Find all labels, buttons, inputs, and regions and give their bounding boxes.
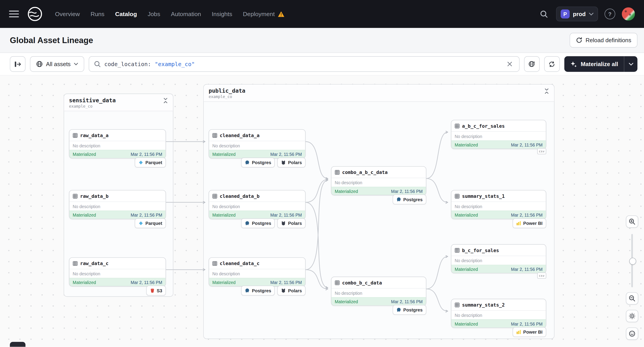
zoom-in-button[interactable] — [626, 216, 638, 228]
postgres-icon — [245, 160, 250, 165]
powerbi-icon — [516, 221, 521, 226]
materialize-all-split-button: Materialize all — [564, 56, 637, 72]
asset-search-input[interactable]: code_location:"example_co" — [89, 56, 520, 72]
tag-postgres[interactable]: Postgres — [392, 195, 426, 204]
search-icon[interactable] — [539, 9, 550, 19]
asset-node[interactable]: summary_stats_2 No description Materiali… — [451, 299, 546, 328]
search-icon — [94, 61, 100, 67]
asset-scope-button[interactable]: All assets — [30, 56, 84, 72]
dagster-logo-icon[interactable] — [26, 5, 44, 22]
avatar[interactable] — [622, 7, 635, 20]
page-header: Global Asset Lineage Reload definitions — [0, 28, 644, 53]
tag-powerbi[interactable]: Power BI — [512, 327, 546, 337]
asset-node[interactable]: cleaned_data_c No description Materializ… — [209, 257, 306, 286]
chevron-down-icon — [628, 62, 633, 65]
tag-postgres[interactable]: Postgres — [241, 158, 275, 167]
group-title: sensitive_data — [69, 97, 168, 103]
asset-node[interactable]: raw_data_c No description Materialized M… — [69, 257, 166, 286]
graph-filter-button[interactable] — [524, 56, 540, 72]
nav-item-runs[interactable]: Runs — [90, 11, 104, 17]
postgres-icon — [396, 197, 401, 202]
asset-node[interactable]: combo_b_c_data No description Materializ… — [331, 277, 426, 306]
asset-node[interactable]: combo_a_b_c_data No description Material… — [331, 166, 426, 195]
postgres-icon — [245, 288, 250, 293]
zoom-slider[interactable] — [626, 234, 638, 287]
polars-icon — [281, 288, 286, 293]
bottom-left-widget[interactable] — [10, 342, 26, 347]
asset-name: a_b_c_for_sales — [462, 123, 505, 129]
asset-node[interactable]: raw_data_a No description Materialized M… — [69, 129, 166, 158]
asset-node[interactable]: b_c_for_sales No description Materialize… — [451, 244, 546, 273]
toggle-sidebar-button[interactable] — [10, 56, 26, 72]
menu-icon[interactable] — [9, 9, 19, 19]
group-subtitle: example_co — [69, 104, 168, 108]
materialize-all-button[interactable]: Materialize all — [564, 56, 624, 72]
csv-kind-icon[interactable]: csv — [537, 272, 546, 279]
table-icon — [335, 170, 340, 175]
face-icon — [629, 331, 635, 337]
search-query-value: "example_co" — [155, 61, 195, 67]
asset-name: cleaned_data_b — [220, 193, 260, 199]
asset-node[interactable]: raw_data_b No description Materialized M… — [69, 190, 166, 219]
parquet-icon — [138, 221, 143, 226]
clear-search-icon[interactable] — [505, 60, 514, 68]
refresh-icon — [548, 60, 556, 67]
deployment-switcher[interactable]: P prod — [556, 6, 598, 21]
tag-polars[interactable]: Polars — [277, 218, 306, 228]
tag-postgres[interactable]: Postgres — [392, 305, 426, 315]
tag-parquet[interactable]: Parquet — [135, 218, 166, 228]
refresh-button[interactable] — [544, 56, 560, 72]
feedback-button[interactable] — [626, 328, 638, 340]
csv-kind-icon[interactable]: csv — [537, 148, 546, 155]
asset-node[interactable]: a_b_c_for_sales No description Materiali… — [451, 120, 546, 149]
asset-node[interactable]: cleaned_data_b No description Materializ… — [209, 190, 306, 219]
asset-name: combo_b_c_data — [342, 280, 382, 286]
search-query-key: code_location: — [104, 61, 151, 67]
nav-item-catalog[interactable]: Catalog — [115, 11, 137, 17]
asset-name: combo_a_b_c_data — [342, 169, 388, 175]
sparkle-icon — [570, 60, 577, 67]
zoom-slider-handle[interactable] — [629, 258, 636, 265]
chevron-down-icon — [589, 12, 594, 15]
asset-name: summary_stats_2 — [462, 302, 505, 308]
tag-s3[interactable]: S3 — [146, 286, 166, 296]
lineage-canvas[interactable]: sensitive_data example_co public_data ex… — [0, 75, 644, 347]
tag-polars[interactable]: Polars — [277, 286, 306, 296]
asset-status: Materialized Mar 2, 11:56 PM — [70, 150, 166, 158]
tag-postgres[interactable]: Postgres — [241, 286, 275, 296]
group-title: public_data — [209, 87, 549, 94]
tag-parquet[interactable]: Parquet — [135, 158, 166, 167]
nav-item-deployment[interactable]: Deployment — [243, 11, 284, 17]
nav-item-overview[interactable]: Overview — [55, 11, 80, 17]
table-icon — [455, 123, 460, 128]
graph-settings-button[interactable] — [626, 310, 638, 322]
zoom-in-icon — [629, 218, 635, 225]
tag-polars[interactable]: Polars — [277, 158, 306, 167]
tag-postgres[interactable]: Postgres — [241, 218, 275, 228]
collapse-group-icon[interactable] — [544, 88, 550, 95]
zoom-out-button[interactable] — [626, 292, 638, 305]
asset-node[interactable]: summary_stats_1 No description Materiali… — [451, 190, 546, 219]
polars-icon — [281, 221, 286, 226]
asset-name: summary_stats_1 — [462, 193, 505, 199]
table-icon — [455, 194, 460, 199]
nav-item-insights[interactable]: Insights — [212, 11, 232, 17]
asset-description: No description — [70, 141, 166, 150]
help-button[interactable]: ? — [605, 9, 616, 19]
collapse-group-icon[interactable] — [163, 98, 169, 104]
asset-name: b_c_for_sales — [462, 247, 499, 253]
lineage-toolbar: All assets code_location:"example_co" — [0, 53, 644, 75]
table-icon — [72, 261, 78, 266]
tag-powerbi[interactable]: Power BI — [512, 218, 546, 228]
asset-name: raw_data_b — [80, 193, 108, 199]
asset-node[interactable]: cleaned_data_a No description Materializ… — [209, 129, 306, 158]
gear-icon — [629, 313, 635, 319]
nav-item-automation[interactable]: Automation — [171, 11, 201, 17]
nav-item-jobs[interactable]: Jobs — [148, 11, 160, 17]
table-icon — [455, 248, 460, 253]
reload-definitions-button[interactable]: Reload definitions — [570, 33, 638, 47]
globe-icon — [36, 61, 43, 67]
asset-description: No description — [70, 202, 166, 211]
materialize-options-button[interactable] — [624, 56, 638, 72]
postgres-icon — [396, 308, 401, 312]
